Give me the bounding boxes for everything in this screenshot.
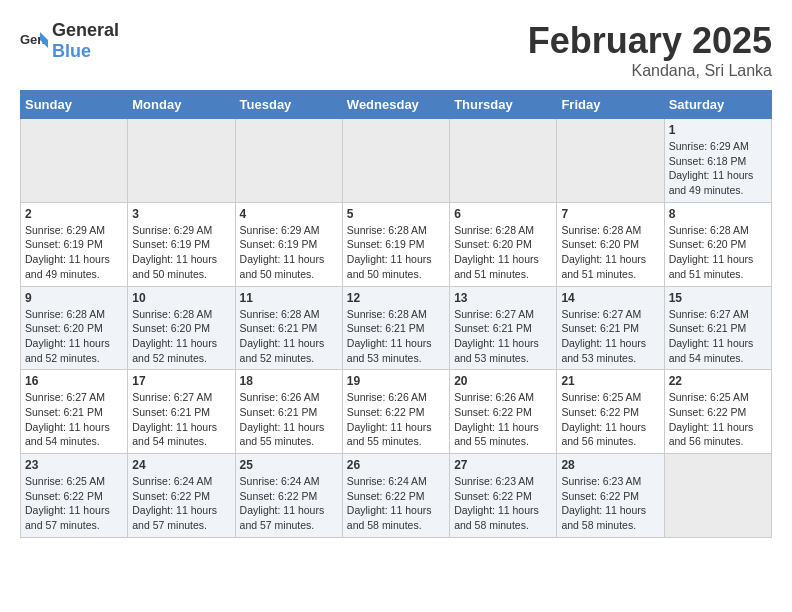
table-row: 23Sunrise: 6:25 AM Sunset: 6:22 PM Dayli… — [21, 454, 128, 538]
table-row: 5Sunrise: 6:28 AM Sunset: 6:19 PM Daylig… — [342, 202, 449, 286]
col-sunday: Sunday — [21, 91, 128, 119]
logo-icon: Gen — [20, 30, 48, 52]
day-info: Sunrise: 6:24 AM Sunset: 6:22 PM Dayligh… — [347, 474, 445, 533]
day-info: Sunrise: 6:26 AM Sunset: 6:21 PM Dayligh… — [240, 390, 338, 449]
table-row — [235, 119, 342, 203]
table-row — [21, 119, 128, 203]
col-saturday: Saturday — [664, 91, 771, 119]
day-info: Sunrise: 6:23 AM Sunset: 6:22 PM Dayligh… — [561, 474, 659, 533]
table-row: 19Sunrise: 6:26 AM Sunset: 6:22 PM Dayli… — [342, 370, 449, 454]
table-row: 11Sunrise: 6:28 AM Sunset: 6:21 PM Dayli… — [235, 286, 342, 370]
day-info: Sunrise: 6:27 AM Sunset: 6:21 PM Dayligh… — [561, 307, 659, 366]
table-row — [128, 119, 235, 203]
day-number: 4 — [240, 207, 338, 221]
day-number: 10 — [132, 291, 230, 305]
table-row: 14Sunrise: 6:27 AM Sunset: 6:21 PM Dayli… — [557, 286, 664, 370]
table-row: 20Sunrise: 6:26 AM Sunset: 6:22 PM Dayli… — [450, 370, 557, 454]
day-number: 8 — [669, 207, 767, 221]
day-number: 5 — [347, 207, 445, 221]
day-info: Sunrise: 6:27 AM Sunset: 6:21 PM Dayligh… — [454, 307, 552, 366]
table-row: 7Sunrise: 6:28 AM Sunset: 6:20 PM Daylig… — [557, 202, 664, 286]
day-info: Sunrise: 6:26 AM Sunset: 6:22 PM Dayligh… — [347, 390, 445, 449]
day-info: Sunrise: 6:28 AM Sunset: 6:19 PM Dayligh… — [347, 223, 445, 282]
table-row: 10Sunrise: 6:28 AM Sunset: 6:20 PM Dayli… — [128, 286, 235, 370]
day-number: 23 — [25, 458, 123, 472]
day-info: Sunrise: 6:25 AM Sunset: 6:22 PM Dayligh… — [561, 390, 659, 449]
day-number: 2 — [25, 207, 123, 221]
day-number: 17 — [132, 374, 230, 388]
logo-blue: Blue — [52, 41, 91, 61]
table-row: 13Sunrise: 6:27 AM Sunset: 6:21 PM Dayli… — [450, 286, 557, 370]
day-info: Sunrise: 6:27 AM Sunset: 6:21 PM Dayligh… — [132, 390, 230, 449]
day-info: Sunrise: 6:25 AM Sunset: 6:22 PM Dayligh… — [669, 390, 767, 449]
day-info: Sunrise: 6:27 AM Sunset: 6:21 PM Dayligh… — [25, 390, 123, 449]
table-row: 27Sunrise: 6:23 AM Sunset: 6:22 PM Dayli… — [450, 454, 557, 538]
table-row — [342, 119, 449, 203]
day-info: Sunrise: 6:28 AM Sunset: 6:20 PM Dayligh… — [561, 223, 659, 282]
day-info: Sunrise: 6:29 AM Sunset: 6:19 PM Dayligh… — [25, 223, 123, 282]
day-number: 15 — [669, 291, 767, 305]
day-number: 14 — [561, 291, 659, 305]
table-row: 15Sunrise: 6:27 AM Sunset: 6:21 PM Dayli… — [664, 286, 771, 370]
day-number: 19 — [347, 374, 445, 388]
col-thursday: Thursday — [450, 91, 557, 119]
table-row — [450, 119, 557, 203]
table-row: 17Sunrise: 6:27 AM Sunset: 6:21 PM Dayli… — [128, 370, 235, 454]
logo-general: General — [52, 20, 119, 40]
day-number: 22 — [669, 374, 767, 388]
day-info: Sunrise: 6:28 AM Sunset: 6:21 PM Dayligh… — [347, 307, 445, 366]
table-row: 21Sunrise: 6:25 AM Sunset: 6:22 PM Dayli… — [557, 370, 664, 454]
day-info: Sunrise: 6:25 AM Sunset: 6:22 PM Dayligh… — [25, 474, 123, 533]
day-info: Sunrise: 6:29 AM Sunset: 6:19 PM Dayligh… — [240, 223, 338, 282]
day-number: 1 — [669, 123, 767, 137]
table-row: 24Sunrise: 6:24 AM Sunset: 6:22 PM Dayli… — [128, 454, 235, 538]
day-number: 18 — [240, 374, 338, 388]
page-header: Gen General Blue February 2025 Kandana, … — [20, 20, 772, 80]
day-number: 28 — [561, 458, 659, 472]
table-row: 18Sunrise: 6:26 AM Sunset: 6:21 PM Dayli… — [235, 370, 342, 454]
table-row — [664, 454, 771, 538]
month-year-title: February 2025 — [528, 20, 772, 62]
calendar-week-row: 2Sunrise: 6:29 AM Sunset: 6:19 PM Daylig… — [21, 202, 772, 286]
calendar-week-row: 9Sunrise: 6:28 AM Sunset: 6:20 PM Daylig… — [21, 286, 772, 370]
table-row: 9Sunrise: 6:28 AM Sunset: 6:20 PM Daylig… — [21, 286, 128, 370]
logo-text: General Blue — [52, 20, 119, 62]
table-row: 2Sunrise: 6:29 AM Sunset: 6:19 PM Daylig… — [21, 202, 128, 286]
day-info: Sunrise: 6:26 AM Sunset: 6:22 PM Dayligh… — [454, 390, 552, 449]
day-info: Sunrise: 6:28 AM Sunset: 6:20 PM Dayligh… — [25, 307, 123, 366]
day-number: 11 — [240, 291, 338, 305]
day-info: Sunrise: 6:28 AM Sunset: 6:20 PM Dayligh… — [132, 307, 230, 366]
table-row — [557, 119, 664, 203]
day-number: 12 — [347, 291, 445, 305]
table-row: 8Sunrise: 6:28 AM Sunset: 6:20 PM Daylig… — [664, 202, 771, 286]
day-info: Sunrise: 6:29 AM Sunset: 6:19 PM Dayligh… — [132, 223, 230, 282]
table-row: 26Sunrise: 6:24 AM Sunset: 6:22 PM Dayli… — [342, 454, 449, 538]
table-row: 6Sunrise: 6:28 AM Sunset: 6:20 PM Daylig… — [450, 202, 557, 286]
day-number: 16 — [25, 374, 123, 388]
day-number: 7 — [561, 207, 659, 221]
day-info: Sunrise: 6:28 AM Sunset: 6:20 PM Dayligh… — [454, 223, 552, 282]
day-number: 26 — [347, 458, 445, 472]
col-monday: Monday — [128, 91, 235, 119]
day-number: 13 — [454, 291, 552, 305]
table-row: 12Sunrise: 6:28 AM Sunset: 6:21 PM Dayli… — [342, 286, 449, 370]
day-info: Sunrise: 6:29 AM Sunset: 6:18 PM Dayligh… — [669, 139, 767, 198]
location-subtitle: Kandana, Sri Lanka — [528, 62, 772, 80]
logo: Gen General Blue — [20, 20, 119, 62]
day-info: Sunrise: 6:28 AM Sunset: 6:21 PM Dayligh… — [240, 307, 338, 366]
day-info: Sunrise: 6:24 AM Sunset: 6:22 PM Dayligh… — [240, 474, 338, 533]
calendar-week-row: 1Sunrise: 6:29 AM Sunset: 6:18 PM Daylig… — [21, 119, 772, 203]
day-number: 25 — [240, 458, 338, 472]
day-number: 9 — [25, 291, 123, 305]
day-number: 27 — [454, 458, 552, 472]
table-row: 22Sunrise: 6:25 AM Sunset: 6:22 PM Dayli… — [664, 370, 771, 454]
day-number: 3 — [132, 207, 230, 221]
day-number: 24 — [132, 458, 230, 472]
day-info: Sunrise: 6:24 AM Sunset: 6:22 PM Dayligh… — [132, 474, 230, 533]
col-wednesday: Wednesday — [342, 91, 449, 119]
calendar-week-row: 23Sunrise: 6:25 AM Sunset: 6:22 PM Dayli… — [21, 454, 772, 538]
col-friday: Friday — [557, 91, 664, 119]
calendar-week-row: 16Sunrise: 6:27 AM Sunset: 6:21 PM Dayli… — [21, 370, 772, 454]
day-number: 6 — [454, 207, 552, 221]
day-number: 21 — [561, 374, 659, 388]
